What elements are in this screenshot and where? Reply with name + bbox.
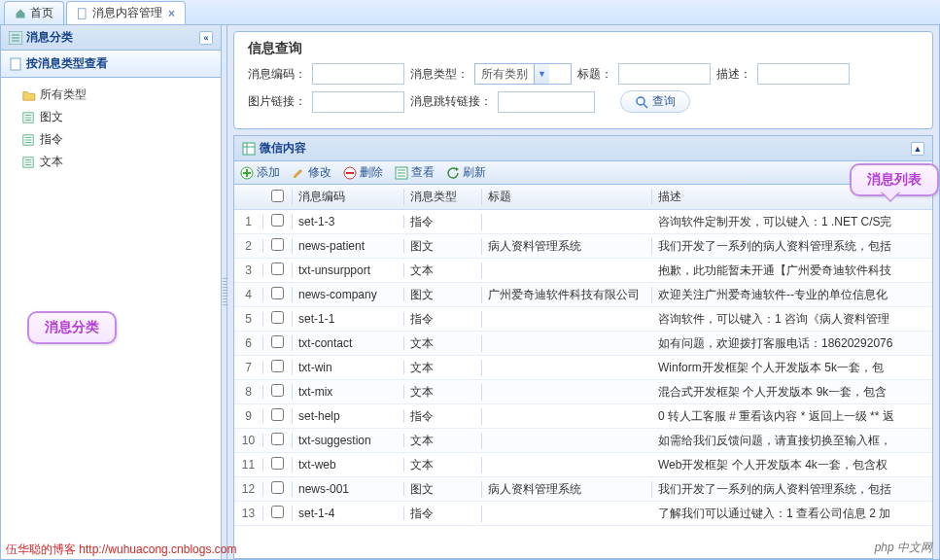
table-row[interactable]: 9set-help指令0 转人工客服 # 重看该内容 * 返回上一级 ** 返 [234,404,932,429]
cell-rownum: 11 [234,458,263,472]
cell-checkbox[interactable] [263,311,293,327]
cell-checkbox[interactable] [263,457,293,472]
tree-node-wenben[interactable]: 文本 [5,151,217,173]
table-row[interactable]: 8txt-mix文本混合式开发框架 个人开发版本 9k一套，包含 [234,380,932,404]
cell-rownum: 13 [234,507,263,520]
list-icon [9,31,22,45]
grid-body: 1set-1-3指令咨询软件定制开发，可以键入：1 .NET C/S完2news… [234,210,932,558]
cell-desc: 抱歉，此功能暂未开通【广州爱奇迪软件科技 [652,262,932,279]
cell-type: 指令 [404,214,482,230]
cell-type: 指令 [404,506,482,522]
table-row[interactable]: 7txt-win文本Winform开发框架 个人开发版本 5k一套，包 [234,356,932,380]
tab-label: 首页 [30,5,53,21]
cell-desc: 我们开发了一系列的病人资料管理系统，包括 [652,238,932,255]
svg-point-6 [637,97,644,105]
tab-message-mgmt[interactable]: 消息内容管理 × [66,1,186,24]
cell-code: news-001 [293,482,404,496]
input-code[interactable] [312,63,404,85]
cell-rownum: 2 [234,239,263,253]
cell-checkbox[interactable] [263,214,293,229]
grid-toolbar: 添加 修改 删除 查看 刷新 [234,161,932,185]
table-row[interactable]: 1set-1-3指令咨询软件定制开发，可以键入：1 .NET C/S完 [234,210,932,234]
combo-value: 所有类别 [475,66,534,83]
cell-rownum: 7 [234,361,263,374]
document-icon [9,57,22,71]
input-title[interactable] [618,63,711,85]
collapse-up-icon[interactable]: ▲ [911,142,924,156]
cell-desc: 咨询软件，可以键入：1 咨询《病人资料管理 [652,311,932,328]
col-code[interactable]: 消息编码 [293,189,404,205]
col-checkbox-all[interactable] [263,190,293,205]
cell-checkbox[interactable] [263,287,293,302]
svg-rect-0 [79,8,87,18]
cell-type: 图文 [404,287,482,303]
add-button[interactable]: 添加 [240,164,280,181]
main-layout: 消息分类 « 按消息类型查看 所有类型 图文 指令 文本 [0,25,940,560]
plus-icon [240,166,254,180]
input-jump[interactable] [498,91,595,113]
item-icon [22,112,36,123]
table-row[interactable]: 12news-001图文病人资料管理系统我们开发了一系列的病人资料管理系统，包括 [234,477,932,502]
cell-type: 指令 [404,311,482,328]
cell-rownum: 10 [234,434,263,447]
tree-node-all[interactable]: 所有类型 [5,84,217,106]
cell-checkbox[interactable] [263,262,293,278]
grid-title-text: 微信内容 [260,140,306,157]
table-row[interactable]: 6txt-contact文本如有问题，欢迎拨打客服电话：18620292076 [234,332,932,356]
table-row[interactable]: 3txt-unsurpport文本抱歉，此功能暂未开通【广州爱奇迪软件科技 [234,259,932,283]
cell-checkbox[interactable] [263,506,293,521]
refresh-button[interactable]: 刷新 [446,164,486,181]
sidebar: 消息分类 « 按消息类型查看 所有类型 图文 指令 文本 [1,25,222,559]
tab-home[interactable]: 首页 [4,1,64,24]
tree-node-zhiling[interactable]: 指令 [5,128,217,151]
accordion-header[interactable]: 按消息类型查看 [1,51,221,78]
cell-code: txt-mix [293,385,404,399]
cell-checkbox[interactable] [263,481,293,497]
grid-panel: 微信内容 ▲ 添加 修改 删除 查看 刷新 消息编码 消息类型 标题 描述 1s… [233,135,933,559]
cell-type: 图文 [404,238,482,255]
svg-rect-8 [243,143,255,155]
table-row[interactable]: 10txt-suggestion文本如需给我们反馈问题，请直接切换至输入框， [234,429,932,453]
search-button[interactable]: 查询 [620,90,690,113]
view-button[interactable]: 查看 [395,164,435,181]
table-row[interactable]: 11txt-web文本Web开发框架 个人开发版本 4k一套，包含权 [234,453,932,477]
pencil-icon [292,166,305,180]
col-title[interactable]: 标题 [482,189,652,205]
cell-code: txt-contact [293,336,404,350]
label-title: 标题： [577,66,612,83]
cell-type: 文本 [404,384,482,401]
refresh-icon [446,166,460,180]
combo-type[interactable]: 所有类别 ▼ [474,63,572,85]
tree-node-tuwen[interactable]: 图文 [5,106,217,128]
home-icon [15,8,26,19]
table-row[interactable]: 2news-patient图文病人资料管理系统我们开发了一系列的病人资料管理系统… [234,234,932,259]
cell-code: news-company [293,288,404,301]
table-row[interactable]: 5set-1-1指令咨询软件，可以键入：1 咨询《病人资料管理 [234,307,932,332]
cell-rownum: 9 [234,409,263,423]
cell-checkbox[interactable] [263,335,293,351]
cell-checkbox[interactable] [263,238,293,254]
col-type[interactable]: 消息类型 [404,189,482,205]
cell-rownum: 6 [234,336,263,350]
table-row[interactable]: 13set-1-4指令了解我们可以通过键入：1 查看公司信息 2 加 [234,502,932,526]
cell-code: set-1-1 [293,312,404,326]
cell-checkbox[interactable] [263,360,293,375]
input-desc[interactable] [757,63,850,85]
cell-type: 文本 [404,433,482,449]
cell-checkbox[interactable] [263,384,293,400]
close-icon[interactable]: × [168,7,175,20]
tree-label: 图文 [40,109,63,125]
grid-columns: 消息编码 消息类型 标题 描述 [234,185,932,210]
delete-button[interactable]: 删除 [343,164,383,181]
cell-checkbox[interactable] [263,408,293,424]
input-img[interactable] [312,91,404,113]
cell-code: txt-win [293,361,404,374]
cell-code: txt-web [293,458,404,472]
edit-button[interactable]: 修改 [292,164,331,181]
collapse-left-icon[interactable]: « [199,31,213,45]
cell-desc: Web开发框架 个人开发版本 4k一套，包含权 [652,457,932,473]
item-icon [22,134,36,146]
table-row[interactable]: 4news-company图文广州爱奇迪软件科技有限公司欢迎关注广州爱奇迪软件-… [234,283,932,307]
cell-checkbox[interactable] [263,433,293,448]
svg-rect-2 [11,58,20,70]
